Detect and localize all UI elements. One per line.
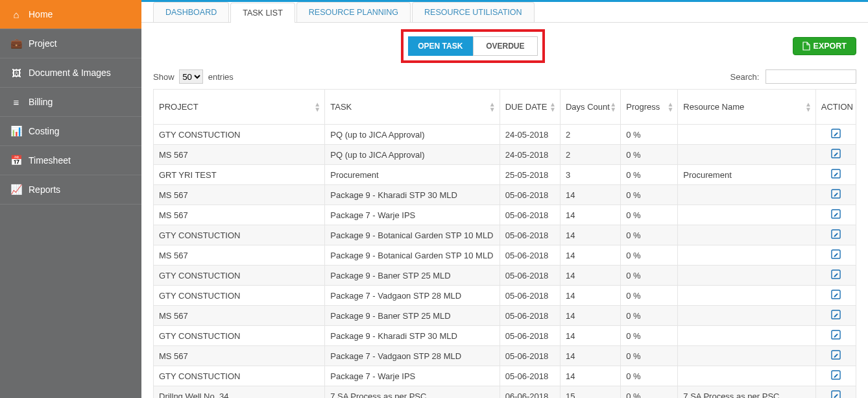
edit-icon[interactable] [831,210,841,221]
cell-task: Package 9 - Baner STP 25 MLD [325,266,500,286]
cell-task: Package 9 - Baner STP 25 MLD [325,306,500,326]
cell-task: Package 7 - Vadgaon STP 28 MLD [325,286,500,306]
column-header-label: Resource Name [683,102,744,112]
export-button[interactable]: EXPORT [793,37,856,55]
cell-progress: 0 % [621,346,678,366]
column-header-resource-name[interactable]: Resource Name▲▼ [678,90,815,125]
edit-icon[interactable] [831,129,841,140]
cell-resource [678,366,815,386]
edit-icon[interactable] [831,149,841,160]
edit-icon[interactable] [831,351,841,362]
column-header-due-date[interactable]: DUE DATE▲▼ [500,90,560,125]
table-row: MS 567Package 7 - Vadgaon STP 28 MLD05-0… [154,346,856,366]
show-suffix: entries [208,72,234,82]
show-prefix: Show [153,72,175,82]
cell-due: 24-05-2018 [500,145,560,165]
cell-progress: 0 % [621,286,678,306]
sidebar-item-costing[interactable]: Costing [0,117,141,146]
cell-task: Package 7 - Vadgaon STP 28 MLD [325,346,500,366]
cell-task: Package 9 - Kharadi STP 30 MLD [325,326,500,346]
cell-resource [678,326,815,346]
cell-task: Procurement [325,165,500,185]
column-header-task[interactable]: TASK▲▼ [325,90,500,125]
edit-icon[interactable] [831,371,841,382]
cell-resource [678,286,815,306]
table-row: MS 567Package 7 - Warje IPS05-06-2018140… [154,205,856,225]
cell-task: PQ (up to JICA Approval) [325,145,500,165]
table-row: GTY CONSTUCTIONPackage 9 - Botanical Gar… [154,225,856,245]
sidebar-item-home[interactable]: Home [0,0,141,29]
table-row: MS 567Package 9 - Botanical Garden STP 1… [154,245,856,266]
sort-icon[interactable]: ▲▼ [314,102,320,112]
cell-days: 14 [560,225,620,245]
cell-progress: 0 % [621,185,678,205]
cell-project: GTY CONSTUCTION [154,125,325,145]
column-header-progress[interactable]: Progress▲▼ [621,90,678,125]
search-control: Search: [730,69,856,84]
tab-resource-planning[interactable]: RESOURCE PLANNING [296,2,411,22]
tab-task-list[interactable]: TASK LIST [230,3,295,23]
cell-days: 15 [560,386,620,399]
cell-action [815,205,856,225]
cell-action [815,346,856,366]
tab-resource-utilisation[interactable]: RESOURCE UTILISATION [412,2,534,22]
sidebar-item-label: Document & Images [29,68,111,78]
cell-project: MS 567 [154,245,325,266]
edit-icon[interactable] [831,391,841,398]
edit-icon[interactable] [831,250,841,261]
edit-icon[interactable] [831,190,841,201]
cell-action [815,165,856,185]
edit-icon[interactable] [831,270,841,281]
column-header-days-count[interactable]: Days Count▲▼ [560,90,620,125]
cell-action [815,286,856,306]
sidebar-item-timesheet[interactable]: Timesheet [0,146,141,175]
column-header-project[interactable]: PROJECT▲▼ [154,90,325,125]
cell-project: GRT YRI TEST [154,165,325,185]
cell-days: 14 [560,245,620,266]
cell-resource [678,225,815,245]
cell-due: 25-05-2018 [500,165,560,185]
toggle-overdue[interactable]: OVERDUE [473,36,538,56]
cell-action [815,185,856,205]
table-scroll[interactable]: PROJECT▲▼TASK▲▼DUE DATE▲▼Days Count▲▼Pro… [141,89,868,398]
cell-due: 06-06-2018 [500,386,560,399]
cell-task: Package 9 - Kharadi STP 30 MLD [325,185,500,205]
cell-project: MS 567 [154,306,325,326]
cell-project: GTY CONSTUCTION [154,326,325,346]
sort-icon[interactable]: ▲▼ [489,102,496,112]
sidebar-item-project[interactable]: Project [0,29,141,58]
sidebar-item-billing[interactable]: Billing [0,88,141,117]
cell-due: 05-06-2018 [500,205,560,225]
cell-task: Package 7 - Warje IPS [325,366,500,386]
sidebar-item-label: Billing [29,97,53,107]
sidebar-item-document-images[interactable]: Document & Images [0,58,141,88]
cell-resource [678,245,815,266]
cell-action [815,225,856,245]
page-size-select[interactable]: 50 [179,69,203,84]
sidebar-item-label: Project [29,38,57,49]
sort-icon[interactable]: ▲▼ [610,102,616,112]
time-icon [9,155,23,166]
cell-due: 24-05-2018 [500,125,560,145]
sort-icon[interactable]: ▲▼ [667,102,673,112]
sort-icon[interactable]: ▲▼ [549,102,556,112]
toggle-open-task[interactable]: OPEN TASK [408,36,473,56]
sidebar-item-reports[interactable]: Reports [0,175,141,205]
cell-progress: 0 % [621,125,678,145]
cost-icon [9,125,23,137]
cell-due: 05-06-2018 [500,346,560,366]
edit-icon[interactable] [831,230,841,241]
edit-icon[interactable] [831,290,841,301]
edit-icon[interactable] [831,310,841,321]
tab-dashboard[interactable]: DASHBOARD [153,2,229,22]
sort-icon[interactable]: ▲▼ [805,102,812,112]
cell-days: 14 [560,346,620,366]
cell-progress: 0 % [621,306,678,326]
column-header-label: Progress [626,102,660,112]
edit-icon[interactable] [831,169,841,180]
search-input[interactable] [766,69,856,84]
cell-action [815,326,856,346]
cell-resource [678,346,815,366]
edit-icon[interactable] [831,330,841,342]
cell-project: GTY CONSTUCTION [154,366,325,386]
